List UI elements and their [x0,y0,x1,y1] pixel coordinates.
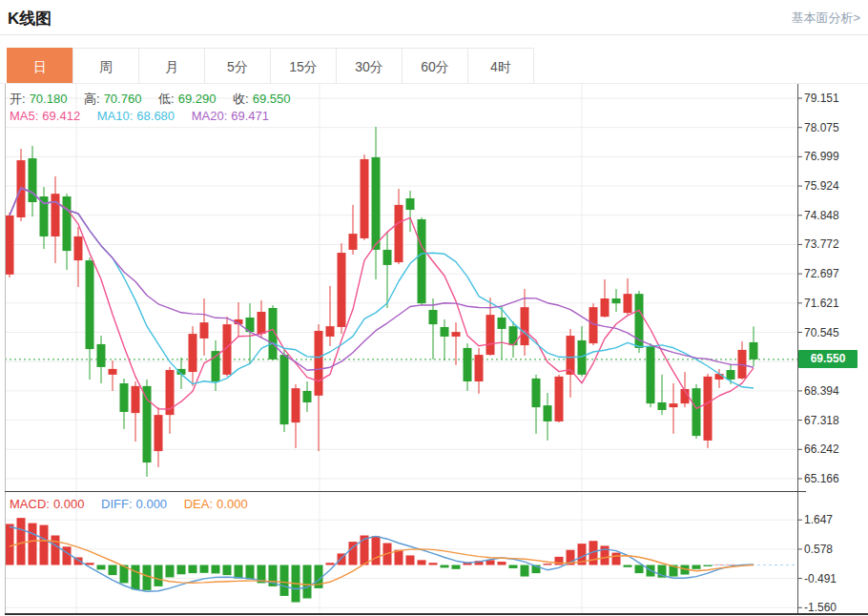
candle-body [6,216,14,275]
candle-body [338,253,346,327]
axis-tick-label: -0.491 [804,572,837,585]
low-label: 低: [158,92,175,106]
axis-tick-label: 70.545 [804,326,839,339]
macd-legend: MACD:0.000 DIFF:0.000 DEA:0.000 [10,497,252,511]
close-label: 收: [233,92,249,106]
macd-bar [406,555,415,565]
macd-bar [235,565,243,579]
axis-tick-label: 78.075 [804,121,839,134]
macd-bar [692,565,701,569]
macd-bar [452,565,461,569]
current-price-label: 69.550 [798,350,858,368]
candle-body [658,402,667,410]
macd-bar [509,565,518,568]
candle-body [624,294,632,313]
ma10-line [10,188,754,388]
tab-4时[interactable]: 4时 [467,48,534,84]
ma10-value: 68.680 [136,109,175,123]
macd-bar [143,565,152,590]
macd-bar [361,536,369,565]
macd-bar [177,565,186,575]
fundamental-analysis-link[interactable]: 基本面分析> [791,10,860,27]
candle-body [418,219,426,303]
candle-body [647,346,655,403]
tab-月[interactable]: 月 [138,48,205,84]
candle-body [498,318,506,329]
candle-body [155,415,163,451]
candle-body [143,386,152,462]
header-divider [0,34,868,35]
open-value: 70.180 [30,92,68,106]
macd-bar [635,565,644,574]
macd-bar [63,546,72,565]
tab-15分[interactable]: 15分 [270,48,337,84]
ma10-label: MA10: [97,109,134,123]
macd-bar [52,536,60,565]
candle-body [372,157,381,250]
kline-page: K线图 基本面分析> 日周月5分15分30分60分4时 79.15178.075… [0,0,868,616]
candle-body [727,370,735,380]
candle-body [303,391,312,402]
tab-日[interactable]: 日 [7,48,73,84]
candle-body [189,334,197,372]
macd-bar [372,536,381,565]
tab-60分[interactable]: 60分 [402,48,468,84]
close-value: 69.550 [253,92,291,106]
timeframe-tabs: 日周月5分15分30分60分4时 [8,48,534,84]
candle-body [52,194,60,236]
open-label: 开: [10,92,26,106]
candle-body [452,332,461,337]
axis-tick-label: 67.318 [804,414,839,427]
candle-body [521,307,529,345]
candle-body [441,327,449,337]
tab-周[interactable]: 周 [72,48,139,84]
macd-bar [155,565,163,586]
candle-body [704,377,713,441]
ma20-value: 69.471 [231,109,269,123]
candle-body [132,386,140,413]
axis-tick-label: 1.647 [804,513,833,526]
macd-bar [109,565,117,576]
candle-body [601,298,610,317]
macd-label: MACD: [10,497,50,511]
macd-bar [544,564,552,565]
high-label: 高: [84,92,100,106]
macd-bar [418,560,426,565]
macd-bar [29,524,37,565]
ma-legend: MA5:69.412 MA10:68.680 MA20:69.471 [10,109,273,123]
macd-bar [429,563,438,565]
candle-body [670,403,678,407]
candle-body [475,355,484,381]
candle-body [63,196,72,251]
tab-30分[interactable]: 30分 [336,48,403,84]
diff-label: DIFF: [101,497,133,511]
macd-bar [624,565,632,567]
macd-bar [40,525,49,565]
candle-body [532,379,541,407]
axis-tick-label: 65.166 [804,472,839,485]
axis-tick-label: 0.578 [804,543,833,556]
candle-body [258,312,266,334]
candle-body [715,374,724,380]
axis-tick-label: 75.924 [804,179,839,193]
macd-bar [612,553,621,565]
candle-body [326,326,335,337]
axis-tick-label: -1.560 [804,601,837,614]
candle-body [361,159,369,238]
macd-bar [246,565,255,580]
dea-value: 0.000 [217,497,248,511]
candle-body [612,298,621,303]
macd-bar [555,557,564,565]
candle-body [395,205,403,262]
axis-tick-label: 76.999 [804,150,839,163]
candle-body [280,355,289,424]
candle-body [429,310,438,324]
kline-chart-canvas: 79.15178.07576.99975.92474.84873.77272.6… [0,84,868,616]
macd-bar [189,565,197,574]
ohlc-legend: 开:70.180 高:70.760 低:69.290 收:69.550 [10,91,294,108]
macd-bar [441,565,449,568]
candle-body [509,326,518,345]
candle-body [292,388,300,422]
tab-5分[interactable]: 5分 [204,48,271,84]
macd-bar [521,565,529,577]
